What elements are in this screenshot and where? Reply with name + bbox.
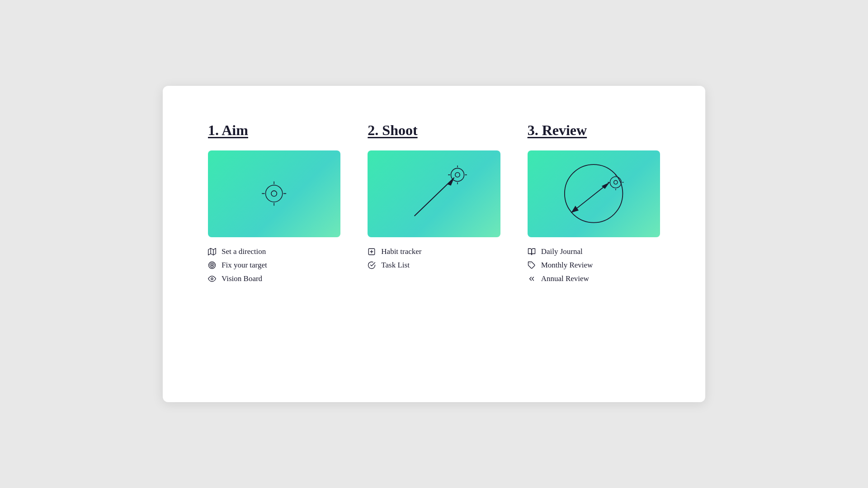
tag-icon xyxy=(528,261,537,269)
svg-marker-27 xyxy=(571,206,579,213)
vision-label: Vision Board xyxy=(222,274,262,283)
svg-marker-6 xyxy=(208,248,216,255)
chevrons-left-icon xyxy=(528,275,537,283)
shoot-image xyxy=(368,150,500,237)
list-item-journal: Daily Journal xyxy=(528,247,660,256)
target-icon xyxy=(208,261,217,269)
review-column: 3. Review xyxy=(528,122,660,283)
list-item-target: Fix your target xyxy=(208,261,340,270)
book-open-icon xyxy=(528,248,537,256)
aim-title: 1. Aim xyxy=(208,122,340,139)
aim-item-list: Set a direction Fix your target xyxy=(208,247,340,283)
svg-point-24 xyxy=(565,164,623,223)
columns-container: 1. Aim xyxy=(208,122,660,283)
svg-point-9 xyxy=(209,262,216,268)
target-label: Fix your target xyxy=(222,261,267,270)
main-card: 1. Aim xyxy=(163,86,705,402)
habit-label: Habit tracker xyxy=(381,247,421,256)
eye-icon xyxy=(208,275,217,283)
svg-point-29 xyxy=(613,180,617,184)
svg-point-15 xyxy=(451,168,464,181)
svg-point-0 xyxy=(265,185,282,202)
plus-square-icon xyxy=(368,248,377,256)
journal-label: Daily Journal xyxy=(541,247,583,256)
svg-point-28 xyxy=(610,177,621,188)
list-item-vision: Vision Board xyxy=(208,274,340,283)
svg-point-12 xyxy=(211,278,213,280)
review-item-list: Daily Journal Monthly Review xyxy=(528,247,660,283)
direction-label: Set a direction xyxy=(222,247,266,256)
review-title: 3. Review xyxy=(528,122,660,139)
monthly-label: Monthly Review xyxy=(541,261,593,270)
shoot-column: 2. Shoot xyxy=(368,122,500,270)
aim-column: 1. Aim xyxy=(208,122,340,283)
svg-marker-14 xyxy=(448,178,455,186)
shoot-item-list: Habit tracker Task List xyxy=(368,247,500,270)
list-item-task: Task List xyxy=(368,261,500,270)
svg-point-10 xyxy=(210,263,214,267)
shoot-title: 2. Shoot xyxy=(368,122,500,139)
review-image xyxy=(528,150,660,237)
aim-image xyxy=(208,150,340,237)
list-item-direction: Set a direction xyxy=(208,247,340,256)
task-label: Task List xyxy=(381,261,410,270)
svg-point-16 xyxy=(455,173,460,177)
list-item-monthly: Monthly Review xyxy=(528,261,660,270)
list-item-habit: Habit tracker xyxy=(368,247,500,256)
annual-label: Annual Review xyxy=(541,274,589,283)
svg-point-11 xyxy=(212,264,213,266)
check-circle-icon xyxy=(368,261,377,269)
map-icon xyxy=(208,248,217,256)
list-item-annual: Annual Review xyxy=(528,274,660,283)
svg-point-1 xyxy=(271,191,277,196)
